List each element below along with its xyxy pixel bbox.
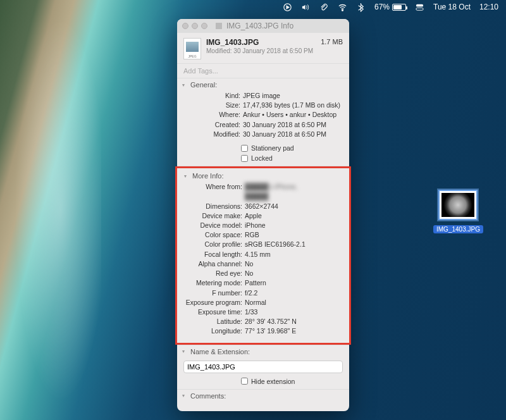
kind-label: Kind: [183, 91, 240, 101]
where-label: Where: [183, 110, 240, 120]
stationery-pad-checkbox[interactable]: Stationery pad [177, 143, 349, 153]
latitude-value: 28° 39' 43.752" N [245, 317, 341, 326]
f-number-label: F number: [185, 288, 242, 298]
created-label: Created: [183, 120, 240, 130]
wifi-icon[interactable] [338, 3, 347, 12]
section-comments-header[interactable]: ▾ Comments: [177, 390, 349, 402]
file-modified-line: Modified: 30 January 2018 at 6:50 PM [206, 47, 316, 54]
dimensions-label: Dimensions: [185, 202, 242, 211]
highlight-box: ▾ More Info: Where from: █████'s iPhone,… [175, 166, 351, 345]
battery-icon [392, 4, 406, 11]
desktop-file-item[interactable]: IMG_1403.JPG [433, 190, 483, 234]
file-thumbnail-icon [183, 38, 201, 59]
exposure-time-label: Exposure time: [185, 307, 242, 317]
locked-checkbox[interactable]: Locked [177, 153, 349, 166]
exposure-program-value: Normal [245, 298, 341, 307]
window-title: IMG_1403.JPG Info [226, 22, 293, 30]
red-eye-label: Red eye: [185, 269, 242, 278]
file-header: IMG_1403.JPG Modified: 30 January 2018 a… [177, 33, 349, 63]
section-general-header[interactable]: ▾ General: [177, 78, 349, 91]
device-make-value: Apple [245, 211, 341, 221]
color-space-label: Color space: [185, 230, 242, 240]
alpha-channel-label: Alpha channel: [185, 259, 242, 269]
metering-mode-label: Metering mode: [185, 278, 242, 288]
svg-rect-4 [216, 23, 222, 29]
battery-status[interactable]: 67% [374, 3, 406, 11]
device-model-label: Device model: [185, 221, 242, 230]
title-doc-icon [215, 22, 223, 30]
latitude-label: Latitude: [185, 317, 242, 326]
focal-length-value: 4.15 mm [245, 250, 341, 259]
svg-rect-3 [416, 8, 423, 10]
section-general: ▾ General: Kind:JPEG image Size:17,47,93… [177, 78, 349, 166]
longitude-label: Longitude: [185, 326, 242, 336]
menubar-date[interactable]: Tue 18 Oct [433, 3, 471, 11]
modified-label: Modified: [183, 130, 240, 139]
created-value: 30 January 2018 at 6:50 PM [243, 120, 343, 130]
chevron-down-icon: ▾ [182, 349, 188, 354]
menubar-time[interactable]: 12:10 [479, 3, 498, 11]
where-value: Ankur • Users • ankur • Desktop [243, 110, 343, 120]
chevron-down-icon: ▾ [184, 173, 190, 179]
device-model-value: iPhone [245, 221, 341, 230]
file-thumbnail [438, 190, 478, 220]
volume-icon[interactable] [301, 3, 311, 12]
wherefrom-value: █████'s iPhone, [245, 182, 341, 192]
exposure-program-label: Exposure program: [185, 298, 242, 307]
bluetooth-icon[interactable] [356, 3, 366, 12]
focal-length-label: Focal length: [185, 250, 242, 259]
alpha-channel-value: No [245, 259, 341, 269]
control-center-icon[interactable] [415, 3, 424, 12]
dimensions-value: 3662×2744 [245, 202, 341, 211]
red-eye-value: No [245, 269, 341, 278]
filename-input[interactable] [183, 361, 343, 373]
window-titlebar[interactable]: IMG_1403.JPG Info [177, 19, 349, 33]
attachment-icon[interactable] [319, 3, 329, 12]
size-label: Size: [183, 101, 240, 110]
f-number-value: f/2.2 [245, 288, 341, 298]
tags-field[interactable]: Add Tags... [177, 63, 349, 78]
get-info-window: IMG_1403.JPG Info IMG_1403.JPG Modified:… [177, 19, 349, 411]
file-name: IMG_1403.JPG [206, 38, 316, 47]
hide-extension-checkbox[interactable]: Hide extension [177, 376, 349, 389]
size-value: 17,47,936 bytes (1.7 MB on disk) [243, 101, 343, 110]
color-space-value: RGB [245, 230, 341, 240]
section-comments: ▾ Comments: [177, 390, 349, 411]
section-more-info-header[interactable]: ▾ More Info: [179, 170, 347, 182]
wallpaper-foam [0, 0, 101, 420]
chevron-down-icon: ▾ [182, 393, 188, 398]
color-profile-label: Color profile: [185, 240, 242, 249]
svg-rect-2 [416, 4, 423, 6]
device-make-label: Device make: [185, 211, 242, 221]
longitude-value: 77° 13' 19.968" E [245, 326, 341, 336]
chevron-down-icon: ▾ [182, 82, 188, 88]
menu-bar: 67% Tue 18 Oct 12:10 [0, 0, 506, 14]
desktop-file-label: IMG_1403.JPG [433, 225, 483, 233]
exposure-time-value: 1/33 [245, 307, 341, 317]
battery-percent: 67% [374, 3, 390, 11]
traffic-lights[interactable] [182, 23, 207, 29]
file-size: 1.7 MB [321, 38, 343, 46]
kind-value: JPEG image [243, 91, 343, 101]
color-profile-value: sRGB IEC61966-2.1 [245, 240, 341, 249]
now-playing-icon[interactable] [283, 3, 292, 12]
modified-value: 30 January 2018 at 6:50 PM [243, 130, 343, 139]
section-name-extension: ▾ Name & Extension: Hide extension [177, 345, 349, 390]
section-name-ext-header[interactable]: ▾ Name & Extension: [177, 345, 349, 358]
svg-point-1 [342, 9, 343, 11]
metering-mode-value: Pattern [245, 278, 341, 288]
section-more-info: ▾ More Info: Where from: █████'s iPhone,… [177, 166, 349, 345]
wherefrom-label: Where from: [185, 182, 242, 192]
